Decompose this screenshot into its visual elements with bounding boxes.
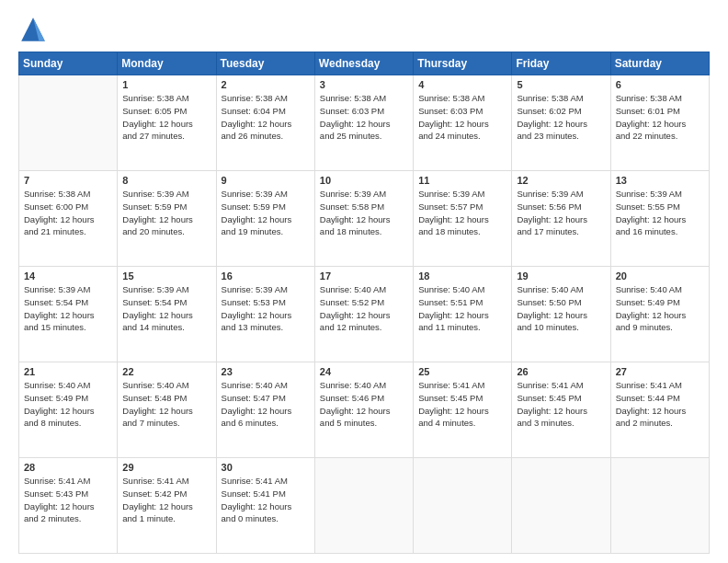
header [18, 15, 710, 44]
day-cell: 14Sunrise: 5:39 AMSunset: 5:54 PMDayligh… [19, 267, 118, 362]
day-cell: 24Sunrise: 5:40 AMSunset: 5:46 PMDayligh… [314, 362, 413, 458]
col-header-tuesday: Tuesday [216, 52, 314, 75]
day-info: Sunrise: 5:41 AMSunset: 5:45 PMDaylight:… [517, 379, 605, 430]
day-info: Sunrise: 5:41 AMSunset: 5:43 PMDaylight:… [24, 475, 112, 525]
day-number: 1 [122, 79, 210, 90]
calendar-table: SundayMondayTuesdayWednesdayThursdayFrid… [18, 52, 710, 554]
day-info: Sunrise: 5:39 AMSunset: 5:59 PMDaylight:… [222, 188, 310, 238]
day-cell: 25Sunrise: 5:41 AMSunset: 5:45 PMDayligh… [414, 362, 512, 458]
day-number: 26 [517, 366, 605, 377]
day-cell: 7Sunrise: 5:38 AMSunset: 6:00 PMDaylight… [19, 171, 118, 267]
day-number: 18 [418, 270, 506, 282]
day-cell [512, 458, 610, 554]
day-info: Sunrise: 5:38 AMSunset: 6:01 PMDaylight:… [616, 92, 704, 143]
day-cell: 29Sunrise: 5:41 AMSunset: 5:42 PMDayligh… [118, 458, 216, 554]
week-row-5: 28Sunrise: 5:41 AMSunset: 5:43 PMDayligh… [19, 458, 710, 554]
week-row-1: 1Sunrise: 5:38 AMSunset: 6:05 PMDaylight… [19, 75, 710, 171]
day-info: Sunrise: 5:38 AMSunset: 6:03 PMDaylight:… [320, 92, 408, 143]
col-header-monday: Monday [118, 52, 216, 75]
day-cell: 27Sunrise: 5:41 AMSunset: 5:44 PMDayligh… [610, 362, 709, 458]
day-info: Sunrise: 5:41 AMSunset: 5:45 PMDaylight:… [418, 379, 506, 430]
day-cell [19, 75, 118, 171]
week-row-2: 7Sunrise: 5:38 AMSunset: 6:00 PMDaylight… [19, 171, 710, 267]
day-cell: 4Sunrise: 5:38 AMSunset: 6:03 PMDaylight… [414, 75, 512, 171]
day-cell [610, 458, 709, 554]
day-number: 24 [320, 366, 408, 377]
day-number: 22 [122, 366, 210, 377]
day-number: 17 [320, 270, 408, 282]
week-row-3: 14Sunrise: 5:39 AMSunset: 5:54 PMDayligh… [19, 267, 710, 362]
day-info: Sunrise: 5:39 AMSunset: 5:54 PMDaylight:… [24, 283, 112, 334]
day-cell: 19Sunrise: 5:40 AMSunset: 5:50 PMDayligh… [512, 267, 610, 362]
day-info: Sunrise: 5:40 AMSunset: 5:49 PMDaylight:… [24, 379, 112, 430]
day-number: 10 [320, 175, 408, 186]
day-cell: 28Sunrise: 5:41 AMSunset: 5:43 PMDayligh… [19, 458, 118, 554]
day-cell: 22Sunrise: 5:40 AMSunset: 5:48 PMDayligh… [118, 362, 216, 458]
day-cell: 2Sunrise: 5:38 AMSunset: 6:04 PMDaylight… [216, 75, 314, 171]
day-cell: 16Sunrise: 5:39 AMSunset: 5:53 PMDayligh… [216, 267, 314, 362]
day-number: 2 [222, 79, 310, 90]
day-cell: 11Sunrise: 5:39 AMSunset: 5:57 PMDayligh… [414, 171, 512, 267]
day-cell [414, 458, 512, 554]
day-cell: 9Sunrise: 5:39 AMSunset: 5:59 PMDaylight… [216, 171, 314, 267]
day-cell: 10Sunrise: 5:39 AMSunset: 5:58 PMDayligh… [314, 171, 413, 267]
day-info: Sunrise: 5:41 AMSunset: 5:42 PMDaylight:… [122, 475, 210, 525]
day-number: 30 [222, 462, 310, 473]
day-cell: 3Sunrise: 5:38 AMSunset: 6:03 PMDaylight… [314, 75, 413, 171]
col-header-friday: Friday [512, 52, 610, 75]
day-number: 20 [616, 270, 704, 282]
day-number: 6 [616, 79, 704, 90]
day-info: Sunrise: 5:38 AMSunset: 6:05 PMDaylight:… [122, 92, 210, 143]
day-info: Sunrise: 5:38 AMSunset: 6:04 PMDaylight:… [222, 92, 310, 143]
logo-icon [18, 15, 48, 44]
day-number: 4 [418, 79, 506, 90]
day-cell: 18Sunrise: 5:40 AMSunset: 5:51 PMDayligh… [414, 267, 512, 362]
day-cell: 8Sunrise: 5:39 AMSunset: 5:59 PMDaylight… [118, 171, 216, 267]
day-info: Sunrise: 5:38 AMSunset: 6:00 PMDaylight:… [24, 188, 112, 238]
day-number: 16 [222, 270, 310, 282]
day-number: 21 [24, 366, 112, 377]
day-number: 15 [122, 270, 210, 282]
day-info: Sunrise: 5:39 AMSunset: 5:55 PMDaylight:… [616, 188, 704, 238]
day-info: Sunrise: 5:38 AMSunset: 6:03 PMDaylight:… [418, 92, 506, 143]
day-number: 3 [320, 79, 408, 90]
page: SundayMondayTuesdayWednesdayThursdayFrid… [0, 0, 728, 563]
day-info: Sunrise: 5:39 AMSunset: 5:56 PMDaylight:… [517, 188, 605, 238]
day-info: Sunrise: 5:39 AMSunset: 5:58 PMDaylight:… [320, 188, 408, 238]
day-number: 28 [24, 462, 112, 473]
day-info: Sunrise: 5:40 AMSunset: 5:51 PMDaylight:… [418, 283, 506, 334]
day-info: Sunrise: 5:39 AMSunset: 5:54 PMDaylight:… [122, 283, 210, 334]
day-number: 5 [517, 79, 605, 90]
day-cell: 23Sunrise: 5:40 AMSunset: 5:47 PMDayligh… [216, 362, 314, 458]
day-info: Sunrise: 5:40 AMSunset: 5:49 PMDaylight:… [616, 283, 704, 334]
day-cell: 21Sunrise: 5:40 AMSunset: 5:49 PMDayligh… [19, 362, 118, 458]
day-number: 7 [24, 175, 112, 186]
day-cell: 13Sunrise: 5:39 AMSunset: 5:55 PMDayligh… [610, 171, 709, 267]
day-cell [314, 458, 413, 554]
col-header-thursday: Thursday [414, 52, 512, 75]
day-info: Sunrise: 5:40 AMSunset: 5:46 PMDaylight:… [320, 379, 408, 430]
day-cell: 15Sunrise: 5:39 AMSunset: 5:54 PMDayligh… [118, 267, 216, 362]
day-number: 25 [418, 366, 506, 377]
day-number: 27 [616, 366, 704, 377]
day-cell: 20Sunrise: 5:40 AMSunset: 5:49 PMDayligh… [610, 267, 709, 362]
day-cell: 6Sunrise: 5:38 AMSunset: 6:01 PMDaylight… [610, 75, 709, 171]
day-cell: 17Sunrise: 5:40 AMSunset: 5:52 PMDayligh… [314, 267, 413, 362]
day-number: 13 [616, 175, 704, 186]
col-header-saturday: Saturday [610, 52, 709, 75]
day-number: 19 [517, 270, 605, 282]
day-cell: 30Sunrise: 5:41 AMSunset: 5:41 PMDayligh… [216, 458, 314, 554]
day-info: Sunrise: 5:39 AMSunset: 5:59 PMDaylight:… [122, 188, 210, 238]
day-info: Sunrise: 5:39 AMSunset: 5:57 PMDaylight:… [418, 188, 506, 238]
day-info: Sunrise: 5:40 AMSunset: 5:48 PMDaylight:… [122, 379, 210, 430]
day-number: 14 [24, 270, 112, 282]
col-header-wednesday: Wednesday [314, 52, 413, 75]
col-header-sunday: Sunday [19, 52, 118, 75]
day-info: Sunrise: 5:38 AMSunset: 6:02 PMDaylight:… [517, 92, 605, 143]
day-info: Sunrise: 5:40 AMSunset: 5:47 PMDaylight:… [222, 379, 310, 430]
day-info: Sunrise: 5:39 AMSunset: 5:53 PMDaylight:… [222, 283, 310, 334]
day-info: Sunrise: 5:41 AMSunset: 5:41 PMDaylight:… [222, 475, 310, 525]
day-number: 23 [222, 366, 310, 377]
week-row-4: 21Sunrise: 5:40 AMSunset: 5:49 PMDayligh… [19, 362, 710, 458]
day-cell: 12Sunrise: 5:39 AMSunset: 5:56 PMDayligh… [512, 171, 610, 267]
